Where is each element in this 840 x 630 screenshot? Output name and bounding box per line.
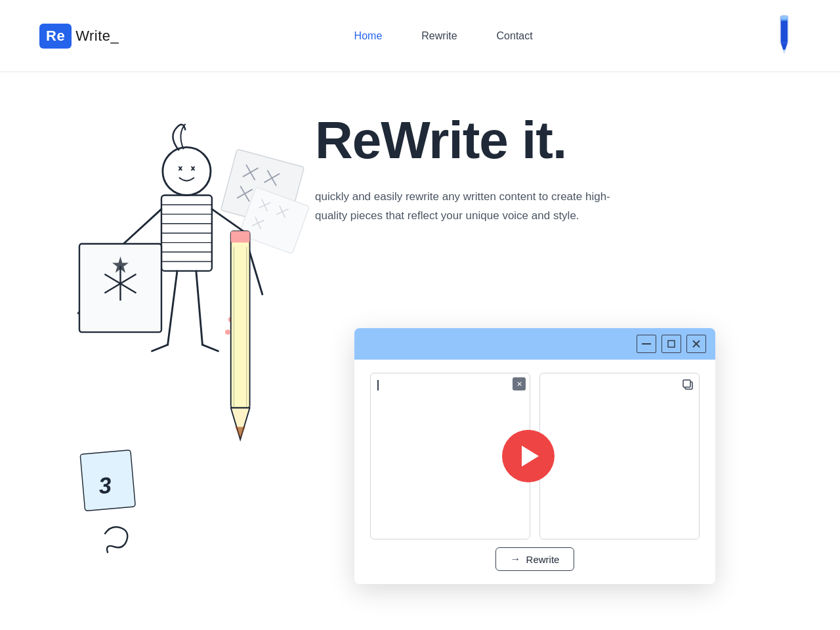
svg-line-59	[152, 345, 168, 351]
svg-rect-52	[231, 231, 250, 242]
logo-re: Re	[39, 24, 72, 49]
logo[interactable]: Re Write_	[39, 24, 119, 49]
svg-rect-5	[781, 19, 788, 21]
text-panels: ✕	[370, 373, 700, 539]
arrow-icon: →	[511, 553, 521, 565]
nav-rewrite[interactable]: Rewrite	[421, 30, 457, 42]
rewrite-button-label: Rewrite	[526, 554, 560, 565]
svg-point-24	[225, 329, 230, 335]
output-panel[interactable]	[539, 373, 700, 539]
rewrite-button[interactable]: → Rewrite	[495, 547, 575, 571]
header: Re Write_ Home Rewrite Contact	[0, 0, 840, 72]
svg-line-58	[196, 271, 203, 345]
svg-rect-4	[781, 16, 788, 19]
header-right	[768, 13, 801, 59]
svg-rect-68	[683, 380, 690, 387]
svg-line-42	[123, 209, 161, 244]
window-body: ✕ → Rewr	[354, 360, 715, 584]
svg-point-29	[163, 147, 211, 195]
window-close-button[interactable]	[686, 335, 706, 353]
window-maximize-button[interactable]	[662, 335, 681, 353]
nav-home[interactable]: Home	[354, 30, 383, 42]
pen-icon	[768, 13, 801, 59]
svg-text:3: 3	[98, 472, 112, 499]
play-triangle-icon	[522, 446, 539, 467]
main-content: ReWrite it. quickly and easily rewrite a…	[0, 72, 840, 630]
hero-section: ReWrite it. quickly and easily rewrite a…	[315, 112, 630, 226]
window-minimize-button[interactable]	[637, 335, 656, 353]
hero-subtitle: quickly and easily rewrite any written c…	[315, 188, 630, 226]
text-cursor	[377, 380, 379, 390]
hero-title: ReWrite it.	[315, 112, 630, 169]
svg-marker-3	[783, 50, 786, 54]
svg-marker-54	[235, 427, 245, 438]
play-button[interactable]	[502, 430, 555, 482]
copy-icon[interactable]	[681, 377, 695, 392]
clear-icon[interactable]: ✕	[513, 377, 526, 390]
svg-line-60	[202, 345, 218, 351]
svg-line-57	[168, 271, 177, 345]
navigation: Home Rewrite Contact	[354, 30, 533, 42]
window-titlebar	[354, 328, 715, 360]
svg-rect-64	[668, 341, 675, 347]
illustration-area: 3	[39, 105, 315, 597]
nav-contact[interactable]: Contact	[497, 30, 533, 42]
logo-write: Write_	[75, 28, 119, 45]
app-window: ✕ → Rewr	[354, 328, 715, 584]
